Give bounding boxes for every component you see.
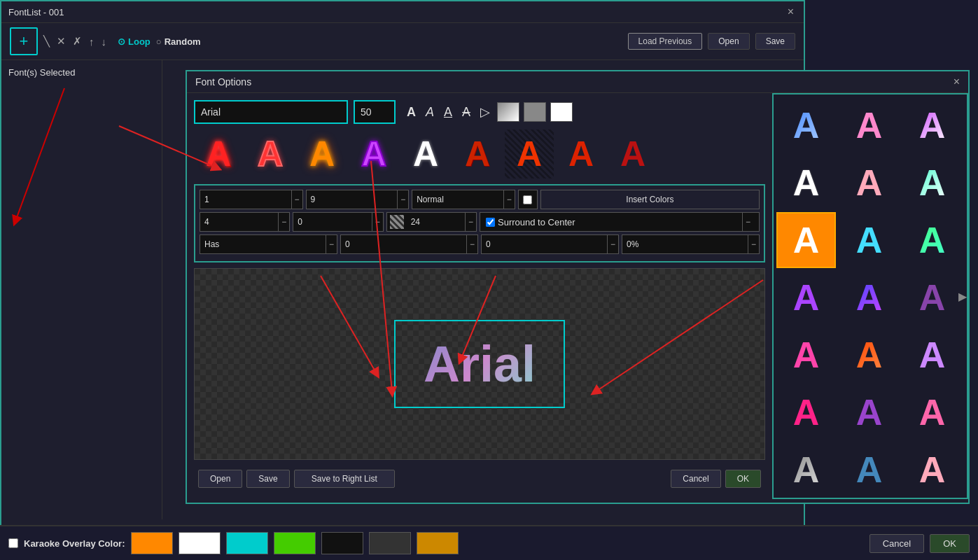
loop-radio[interactable]: ⊙ Loop [118,36,151,47]
save-button[interactable]: Save [755,33,795,50]
swatch-17[interactable]: A [839,384,899,440]
left-panel: Font(s) Selected [1,60,162,519]
preview-item-6[interactable]: A [453,130,502,178]
save-to-right-list-button[interactable]: Save to Right List [294,470,395,488]
input-1-2[interactable] [307,192,398,206]
swatch-1[interactable]: A [776,97,836,153]
surround-minus[interactable]: − [742,213,753,231]
minus-1-2[interactable]: − [397,190,408,209]
minus-2-1[interactable]: − [278,213,289,231]
dialog-close-button[interactable]: × [953,76,960,88]
underline-icon[interactable]: A [441,104,455,121]
insert-checkbox[interactable] [523,195,532,204]
minus-3-3[interactable]: − [607,235,618,253]
strikethrough-icon[interactable]: A [459,104,473,121]
swatch-12[interactable]: A [902,270,962,326]
font-name-input[interactable] [194,100,348,124]
swatch-15[interactable]: A [902,327,962,383]
preview-item-3[interactable]: A [298,130,347,178]
swatch-19[interactable]: A [776,442,836,498]
add-button[interactable]: + [10,27,38,55]
italic-icon[interactable]: A [423,104,437,121]
swatch-9[interactable]: A [902,212,962,268]
input-1-1[interactable] [200,192,291,206]
cross-icon[interactable]: ✗ [73,35,82,48]
swatch-8[interactable]: A [839,212,899,268]
swatch-6[interactable]: A [902,155,962,211]
karaoke-color-darkgray[interactable] [369,532,411,554]
random-radio[interactable]: ○ Random [156,36,201,47]
karaoke-color-orange[interactable] [131,532,173,554]
swatch-18[interactable]: A [902,384,962,440]
slash-icon[interactable]: ╲ [43,35,50,48]
preview-item-7[interactable]: A [505,130,554,178]
minus-2-2[interactable]: − [372,213,383,231]
preview-item-4[interactable]: A [349,130,398,178]
karaoke-checkbox[interactable] [8,538,18,548]
font-size-input[interactable] [354,100,396,124]
karaoke-color-green[interactable] [274,532,316,554]
swatch-20[interactable]: A [839,442,899,498]
input-3-2[interactable] [341,237,466,251]
preview-item-8[interactable]: A [557,130,606,178]
karaoke-color-cyan[interactable] [226,532,268,554]
minus-3-2[interactable]: − [466,235,477,253]
checkbox-cell[interactable] [518,190,538,209]
minus-normal[interactable]: − [503,190,515,209]
swatch-4[interactable]: A [776,155,836,211]
font-swatches-panel: A A A A A A A [772,93,968,499]
dialog-ok-button[interactable]: OK [725,470,761,488]
input-2-1[interactable] [200,215,278,229]
preview-item-5[interactable]: A [401,130,450,178]
karaoke-color-white[interactable] [179,532,221,554]
input-3-3[interactable] [482,237,607,251]
scroll-right-arrow[interactable]: ▶ [958,290,967,303]
input-striped[interactable] [407,215,465,229]
open-button[interactable]: Open [708,33,749,50]
bold-icon[interactable]: A [404,104,419,121]
gradient-swatch[interactable] [497,102,519,122]
swatch-2[interactable]: A [839,97,899,153]
minus-striped[interactable]: − [465,213,476,231]
karaoke-ok-button[interactable]: OK [930,534,970,553]
input-3-1[interactable] [200,237,326,251]
swatch-3[interactable]: A [902,97,962,153]
minus-percent[interactable]: − [748,235,759,253]
shadow-icon[interactable]: ▷ [477,103,493,121]
dialog-cancel-button[interactable]: Cancel [671,470,720,488]
swatch-16[interactable]: A [776,384,836,440]
input-2-2[interactable] [293,215,371,229]
swatch-10[interactable]: A [776,270,836,326]
minus-3-1[interactable]: − [326,235,337,253]
swatch-11[interactable]: A [839,270,899,326]
dialog-save-button[interactable]: Save [246,470,289,488]
surround-checkbox[interactable] [486,218,495,227]
preview-item-2[interactable]: A [246,130,295,178]
swatch-5[interactable]: A [839,155,899,211]
font-preview-row: A A A A A A A A A [194,130,765,178]
karaoke-color-gold[interactable] [417,532,459,554]
input-normal[interactable] [412,192,503,206]
preview-item-1[interactable]: A [194,130,243,178]
swatch-13[interactable]: A [776,327,836,383]
insert-colors-button[interactable]: Insert Colors [540,190,760,209]
karaoke-cancel-button[interactable]: Cancel [869,534,924,553]
surround-label: Surround to Center [498,217,575,227]
minus-1-1[interactable]: − [291,190,302,209]
karaoke-color-black[interactable] [321,532,363,554]
input-percent[interactable] [622,237,748,251]
toolbar-icons: ╲ ✕ ✗ ↑ ↓ [43,35,106,48]
x-icon[interactable]: ✕ [57,35,66,48]
up-arrow-icon[interactable]: ↑ [89,36,95,48]
swatch-14[interactable]: A [839,327,899,383]
svg-line-0 [15,88,64,221]
dialog-open-button[interactable]: Open [198,470,242,488]
swatch-21[interactable]: A [902,442,962,498]
swatch-7-selected[interactable]: A [776,212,836,268]
preview-item-9[interactable]: A [608,130,657,178]
gray-swatch[interactable] [524,102,546,122]
load-previous-button[interactable]: Load Previous [628,33,703,50]
white-swatch[interactable] [550,102,573,122]
down-arrow-icon[interactable]: ↓ [102,36,107,48]
main-close-button[interactable]: × [785,6,797,18]
